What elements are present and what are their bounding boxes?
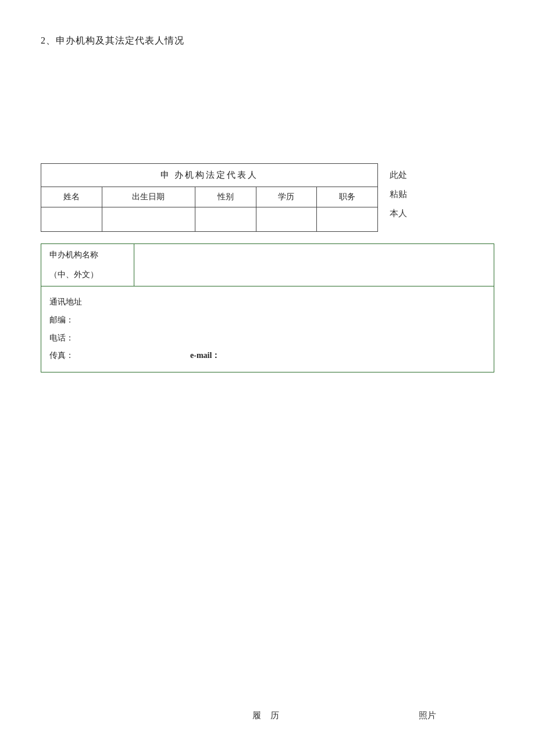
cell-name	[41, 207, 102, 232]
contact-phone: 电话：	[49, 329, 486, 347]
rep-table-wrapper: 申 办机构法定代表人 姓名 出生日期 性别 学历 职务 此处 粘贴 本人	[41, 163, 494, 232]
photo-label-line1: 此处	[390, 166, 407, 185]
col-name: 姓名	[41, 187, 102, 207]
photo-label-line3: 本人	[390, 204, 407, 223]
contact-fax-email: 传真： e-mail：	[49, 347, 486, 365]
cell-position	[317, 207, 378, 232]
footer-photo: 照片	[419, 710, 436, 721]
rep-table-header: 申 办机构法定代表人	[41, 164, 378, 187]
photo-label-line2: 粘贴	[390, 185, 407, 204]
table-header-row: 申 办机构法定代表人	[41, 164, 378, 187]
col-gender: 性别	[195, 187, 256, 207]
table-data-row	[41, 207, 378, 232]
col-position: 职务	[317, 187, 378, 207]
contact-cell: 通讯地址 邮编： 电话： 传真： e-mail：	[41, 286, 494, 372]
col-education: 学历	[256, 187, 317, 207]
org-name-sublabel: （中、外文）	[49, 270, 98, 279]
org-name-value	[134, 244, 494, 286]
org-name-label-text: 申办机构名称	[49, 250, 98, 259]
info-table: 申办机构名称 （中、外文） 通讯地址 邮编： 电话： 传真： e-mail：	[41, 243, 494, 372]
cell-education	[256, 207, 317, 232]
rep-table: 申 办机构法定代表人 姓名 出生日期 性别 学历 职务	[41, 163, 378, 232]
contact-email: e-mail：	[190, 347, 220, 365]
info-name-row: 申办机构名称 （中、外文）	[41, 244, 494, 286]
cell-gender	[195, 207, 256, 232]
contact-fax: 传真：	[49, 347, 74, 365]
contact-postal: 邮编：	[49, 311, 486, 329]
bottom-footer: 履 历 照片	[0, 710, 535, 721]
contact-address: 通讯地址	[49, 293, 486, 311]
page: 2、申办机构及其法定代表人情况 申 办机构法定代表人 姓名 出生日期 性别 学历…	[0, 0, 535, 756]
col-birthdate: 出生日期	[102, 187, 195, 207]
table-column-row: 姓名 出生日期 性别 学历 职务	[41, 187, 378, 207]
section-title: 2、申办机构及其法定代表人情况	[41, 35, 494, 47]
cell-birthdate	[102, 207, 195, 232]
spacer	[41, 59, 494, 163]
org-name-label: 申办机构名称 （中、外文）	[41, 244, 134, 286]
info-contact-row: 通讯地址 邮编： 电话： 传真： e-mail：	[41, 286, 494, 372]
photo-section: 此处 粘贴 本人	[390, 163, 407, 223]
